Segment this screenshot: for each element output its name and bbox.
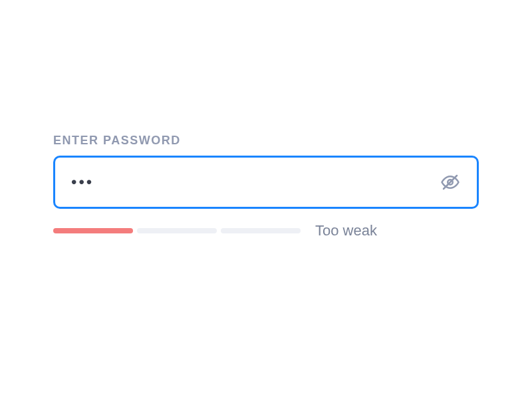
toggle-visibility-button[interactable]	[440, 172, 461, 193]
strength-bar-2	[137, 228, 217, 233]
eye-off-icon	[440, 172, 460, 192]
password-input[interactable]	[71, 173, 440, 192]
password-label: ENTER PASSWORD	[53, 134, 479, 148]
password-form: ENTER PASSWORD Too weak	[53, 134, 479, 266]
strength-text: Too weak	[315, 222, 377, 239]
strength-bar-1	[53, 228, 133, 233]
strength-bars	[53, 228, 301, 233]
password-input-wrapper	[53, 156, 479, 209]
strength-bar-3	[221, 228, 301, 233]
strength-indicator: Too weak	[53, 222, 479, 239]
